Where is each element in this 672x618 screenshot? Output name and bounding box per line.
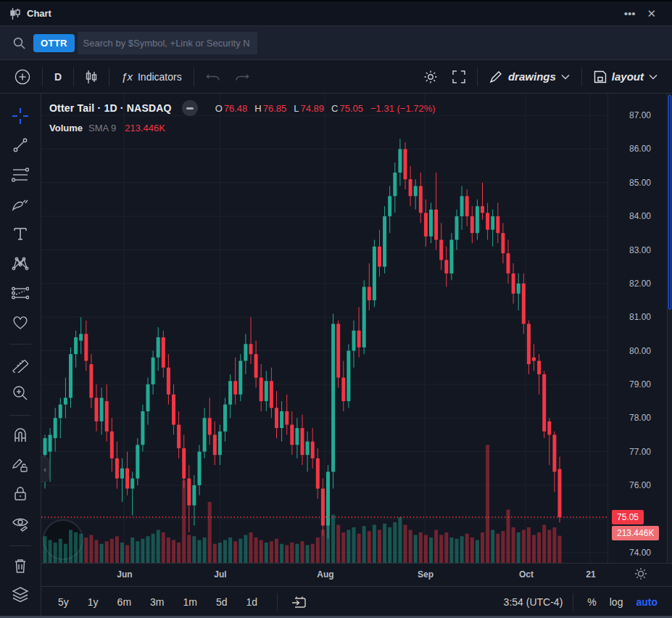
go-to-date-button[interactable] [285,592,312,612]
projection-tool-icon[interactable] [7,279,34,307]
session-clock[interactable]: 3:54 (UTC-4) [504,596,563,608]
last-price-badge: 75.05 [612,510,644,524]
bottom-toolbar: 5y 1y 6m 3m 1m 5d 1d 3:54 (UTC-4) [41,586,672,617]
collapse-legend-button[interactable] [182,100,198,116]
crosshair-tool-icon[interactable] [7,102,34,130]
open-label: O [215,103,223,114]
chart-toolbar: D ƒx Indicators [0,60,672,94]
remove-drawings-icon[interactable] [7,552,34,580]
zoom-in-tool-icon[interactable] [7,380,34,408]
time-tick: Jul [214,569,226,580]
change-value: −1.31 (−1.72%) [370,103,436,114]
price-tick: 80.00 [629,346,651,356]
range-button-3m[interactable]: 3m [144,593,170,611]
fib-retracement-tool-icon[interactable] [7,161,34,189]
drawings-menu-button[interactable]: drawings [482,65,577,88]
drawings-label: drawings [508,70,556,83]
percent-scale-button[interactable]: % [581,593,602,611]
more-options-icon[interactable]: ••• [618,6,642,21]
volume-value: 213.446K [125,123,165,133]
price-axis[interactable]: 75.05 213.446K 87.0086.0085.0084.0083.00… [607,94,667,563]
interval-button[interactable]: D [47,67,69,87]
add-symbol-button[interactable] [7,65,38,89]
ohlc-values: O76.48 H76.85 L74.89 C75.05 −1.31 (−1.72… [210,103,436,114]
trend-line-tool-icon[interactable] [7,132,34,160]
object-tree-icon[interactable] [7,581,34,609]
magnet-mode-icon[interactable] [7,421,34,449]
range-button-5d[interactable]: 5d [210,593,234,611]
auto-scale-button[interactable]: auto [629,593,662,611]
stay-in-drawing-mode-icon[interactable] [7,451,34,479]
lock-all-drawings-icon[interactable] [7,480,34,508]
high-label: H [254,103,261,114]
open-value: 76.48 [224,103,248,114]
brush-tool-icon[interactable] [7,191,34,218]
undo-button[interactable] [199,67,228,86]
chevron-down-icon [561,74,570,80]
sidebar-collapse-handle[interactable]: ‹ [41,456,49,482]
range-button-1d[interactable]: 1d [240,593,265,611]
redo-button[interactable] [228,67,257,86]
range-button-5y[interactable]: 5y [51,593,75,611]
emoji-heart-tool-icon[interactable] [7,308,34,336]
close-label: C [331,103,338,114]
theme-sun-icon[interactable] [634,567,647,580]
chart-style-button[interactable] [78,65,104,88]
measure-ruler-tool-icon[interactable] [7,350,34,378]
title-bar: Chart ••• ✕ [0,1,672,26]
time-tick: Oct [519,569,534,580]
chevron-down-icon [649,74,658,80]
log-scale-button[interactable]: log [603,593,630,611]
chart-window: Chart ••• ✕ OTTR D [0,0,672,618]
close-icon[interactable]: ✕ [641,6,662,22]
symbol-description[interactable]: Otter Tail · 1D · NASDAQ [49,102,172,114]
volume-sma-label: SMA 9 [88,123,116,133]
candlestick-chart[interactable]: 17 Otter Tail · 1D · NASDAQ O76.48 H76.8… [41,94,607,563]
settings-button[interactable] [416,65,445,88]
price-tick: 85.00 [629,178,651,188]
price-tick: 81.00 [629,312,651,322]
right-scrollbar[interactable] [667,94,672,563]
price-tick: 84.00 [629,211,651,221]
price-tick: 87.00 [629,110,651,120]
time-tick: Sep [418,569,434,580]
scrollbar-thumb[interactable] [668,95,671,310]
close-value: 75.05 [339,103,363,114]
price-tick: 76.00 [629,480,651,490]
low-value: 74.89 [301,103,325,114]
pencil-icon [489,70,503,83]
hide-drawings-icon[interactable] [7,510,34,537]
volume-indicator-row: Volume SMA 9 213.446K [49,123,436,133]
range-button-1m[interactable]: 1m [177,593,204,611]
price-tick: 77.00 [629,447,651,457]
low-label: L [294,103,299,114]
fullscreen-button[interactable] [445,66,473,88]
price-tick: 79.00 [629,379,651,390]
fullscreen-icon [452,70,465,83]
fx-icon: ƒx [121,70,133,83]
high-value: 76.85 [263,103,287,114]
price-tick: 78.00 [629,413,651,423]
time-tick: Jun [117,569,132,580]
xabcd-pattern-tool-icon[interactable] [7,250,34,277]
time-tick: Aug [317,569,333,580]
price-tick: 74.00 [629,548,651,558]
layout-menu-button[interactable]: layout [586,66,665,88]
indicators-button[interactable]: ƒx Indicators [114,66,189,87]
window-title: Chart [27,8,51,19]
price-tick: 86.00 [629,144,651,154]
symbol-search-input[interactable] [78,32,257,54]
symbol-badge[interactable]: OTTR [33,34,75,52]
indicators-label: Indicators [138,71,182,83]
symbol-search-bar: OTTR [0,26,672,60]
save-layout-icon [594,70,607,83]
layout-label: layout [612,70,644,83]
range-button-6m[interactable]: 6m [111,593,138,611]
text-tool-icon[interactable] [7,221,34,248]
time-axis[interactable]: JunJulAugSepOct21 [41,563,672,586]
range-button-1y[interactable]: 1y [81,593,105,611]
drawing-tools-sidebar [0,94,41,618]
search-icon [9,37,29,49]
volume-label[interactable]: Volume [49,123,83,133]
price-tick: 82.00 [629,279,651,289]
